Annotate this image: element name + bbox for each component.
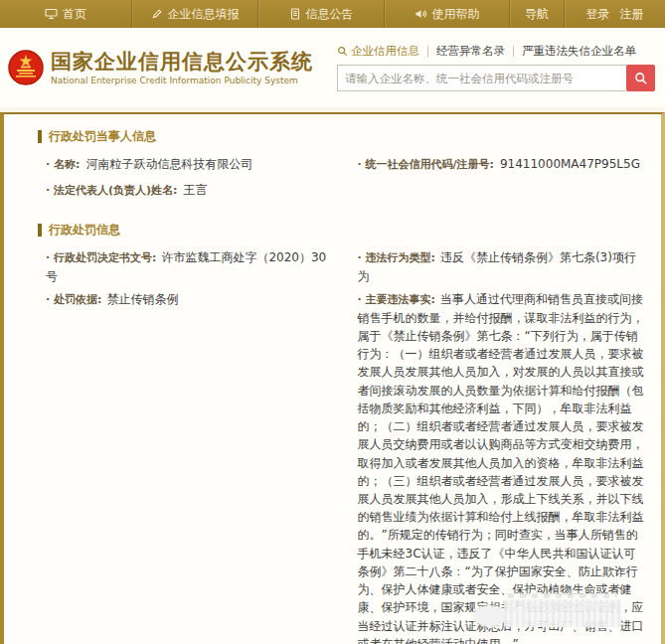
login-link[interactable]: 登录 [586, 6, 610, 23]
search-area: 企业信用信息 经营异常名录 严重违法失信企业名单 [337, 44, 657, 91]
tab-abnormal-operations-list[interactable]: 经营异常名录 [436, 44, 505, 59]
site-logo: 国家企业信用信息公示系统 National Enterprise Credit … [8, 50, 313, 85]
edit-pencil-icon [151, 8, 163, 20]
home-monitor-icon [45, 8, 58, 20]
section-marker-bar [38, 224, 42, 237]
tab-separator [427, 46, 428, 57]
tab-separator [513, 46, 514, 57]
nav-item-label: 企业信息填报 [168, 6, 240, 23]
field-label: · 法定代表人(负责人)姓名: [46, 184, 177, 197]
field-label: · 名称: [46, 158, 80, 171]
search-magnifier-icon [337, 46, 348, 57]
site-title: 国家企业信用信息公示系统 [51, 50, 313, 74]
field-main-illegal-facts: · 主要违法事实:当事人通过代理商和销售员直接或间接销售手机的数量，并给付报酬，… [344, 290, 656, 644]
nav-auth-area: 登录 注册 [565, 0, 665, 28]
nav-item-label: 导航 [525, 6, 549, 23]
nav-item-navigation[interactable]: 导航 [510, 0, 565, 28]
section-title: 行政处罚当事人信息 [49, 128, 156, 145]
table-row: · 处罚依据:禁止传销条例 · 主要违法事实:当事人通过代理商和销售员直接或间接… [32, 290, 655, 644]
table-row: · 行政处罚决定书文号:许市监魏工商处字（2020）30号 · 违法行为类型:违… [32, 248, 655, 285]
field-value: 王言 [183, 183, 207, 197]
field-penalty-basis: · 处罚依据:禁止传销条例 [32, 290, 344, 309]
party-info-row-1: · 名称:河南粒子跃动信息科技有限公司 · 统一社会信用代码/注册号:91411… [32, 155, 655, 181]
nav-item-label: 信息公告 [306, 6, 354, 23]
top-navbar: 首页 企业信息填报 信息公告 使用帮助 导航 登录 注册 [0, 0, 665, 28]
penalty-detail-panel: 行政处罚当事人信息 · 名称:河南粒子跃动信息科技有限公司 · 统一社会信用代码… [0, 112, 665, 644]
nav-item-label: 首页 [63, 6, 86, 23]
search-button[interactable] [626, 65, 655, 91]
field-decision-doc-number: · 行政处罚决定书文号:许市监魏工商处字（2020）30号 [32, 248, 344, 285]
field-violation-type: · 违法行为类型:违反《禁止传销条例》第七条(3)项行为 [344, 248, 656, 285]
field-legal-representative: · 法定代表人(负责人)姓名:王言 [32, 181, 344, 200]
notice-document-icon [289, 8, 301, 20]
nav-item-announcements[interactable]: 信息公告 [258, 0, 385, 28]
site-header: 国家企业信用信息公示系统 National Enterprise Credit … [0, 28, 665, 107]
field-value: 91411000MA47P95L5G [500, 157, 640, 171]
field-label: · 统一社会信用代码/注册号: [358, 158, 494, 171]
search-tabs: 企业信用信息 经营异常名录 严重违法失信企业名单 [337, 44, 655, 59]
field-credit-code: · 统一社会信用代码/注册号:91411000MA47P95L5G [344, 155, 656, 174]
nav-item-help[interactable]: 使用帮助 [385, 0, 510, 28]
section-header-party-info: 行政处罚当事人信息 [38, 128, 655, 145]
register-link[interactable]: 注册 [620, 6, 644, 23]
field-company-name: · 名称:河南粒子跃动信息科技有限公司 [32, 155, 344, 174]
search-magnifier-icon [634, 72, 648, 85]
help-speaker-icon [415, 8, 427, 20]
tab-serious-violation-list[interactable]: 严重违法失信企业名单 [522, 44, 636, 59]
section-marker-bar [38, 130, 42, 143]
site-subtitle: National Enterprise Credit Information P… [51, 76, 313, 85]
section-header-penalty-info: 行政处罚信息 [38, 222, 655, 239]
nav-item-label: 使用帮助 [432, 6, 480, 23]
party-info-row-2: · 法定代表人(负责人)姓名:王言 [32, 181, 655, 207]
tab-enterprise-credit-info[interactable]: 企业信用信息 [337, 44, 419, 59]
national-emblem-icon [8, 50, 44, 85]
nav-item-enterprise-report[interactable]: 企业信息填报 [132, 0, 258, 28]
section-title: 行政处罚信息 [49, 222, 120, 239]
search-input[interactable] [337, 65, 626, 91]
penalty-info-table: · 行政处罚决定书文号:许市监魏工商处字（2020）30号 · 违法行为类型:违… [32, 248, 655, 644]
nav-item-home[interactable]: 首页 [0, 0, 132, 28]
field-value: 河南粒子跃动信息科技有限公司 [85, 157, 252, 171]
